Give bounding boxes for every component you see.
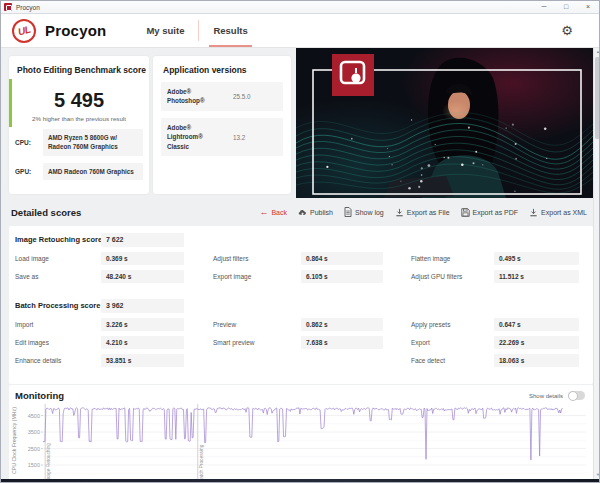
cpu-frequency-chart: 4500350025001500500CPU Clock Frequency (…: [9, 404, 593, 483]
tab-results[interactable]: Results: [199, 14, 261, 47]
section-score: 3 962: [101, 299, 184, 313]
metric-label: Load image: [15, 252, 49, 265]
show-details-label: Show details: [529, 393, 563, 399]
benchmark-score-card: Photo Editing Benchmark score 5 495 2% h…: [9, 56, 149, 194]
show-details-toggle[interactable]: [568, 391, 585, 400]
table-row: Import 3.226 s Preview 0.862 s Apply pre…: [9, 318, 593, 331]
procyon-window: Procyon ─ □ × UL Procyon My suite Result…: [0, 0, 600, 483]
back-arrow-icon: ←: [259, 209, 268, 216]
photoshop-version: 25.5.0: [233, 93, 251, 100]
cpu-spec-row: CPU: AMD Ryzen 5 8600G w/ Radeon 760M Gr…: [15, 129, 143, 156]
svg-text:4500: 4500: [28, 413, 40, 419]
bottom-edge-strip: [1, 479, 600, 483]
metric-value: 11.512 s: [494, 270, 579, 283]
score-comparison-text: 2% higher than the previous result: [9, 115, 149, 122]
export-xml-label: Export as XML: [541, 209, 587, 216]
ul-logo-text: UL: [17, 24, 32, 38]
metric-value: 22.269 s: [494, 336, 579, 349]
app-header: UL Procyon My suite Results ⚙: [1, 14, 599, 48]
section-name: Image Retouching score: [15, 233, 102, 247]
scroll-up-icon[interactable]: ▲: [594, 49, 600, 54]
lightroom-name: Adobe® Lightroom® Classic: [167, 123, 225, 151]
metric-label: Export image: [213, 270, 251, 283]
publish-label: Publish: [310, 209, 333, 216]
photoshop-version-row: Adobe® Photoshop® 25.5.0: [161, 82, 283, 111]
metric-label: Flatten image: [411, 252, 450, 265]
detailed-scores-bar: Detailed scores ← Back Publish: [1, 198, 593, 226]
table-row: Edit images 4.210 s Smart preview 7.638 …: [9, 336, 593, 349]
app-icon: [4, 3, 12, 11]
back-label: Back: [271, 209, 287, 216]
metric-value: 0.647 s: [494, 318, 579, 331]
benchmark-score-value: 5 495: [9, 89, 149, 112]
scroll-down-icon[interactable]: ▼: [594, 472, 600, 477]
table-row: Save as 48.240 s Export image 6.105 s Ad…: [9, 270, 593, 283]
metric-value: 0.369 s: [101, 252, 184, 265]
metric-value: 4.210 s: [101, 336, 184, 349]
photo-editing-benchmark-icon: [332, 54, 374, 96]
metric-value: 0.864 s: [301, 252, 383, 265]
save-disk-icon: [461, 208, 470, 217]
minimize-button[interactable]: ─: [533, 1, 555, 13]
table-row: Load image 0.369 s Adjust filters 0.864 …: [9, 252, 593, 265]
svg-text:2500: 2500: [28, 446, 40, 452]
monitoring-title: Monitoring: [15, 390, 64, 401]
export-file-button[interactable]: Export as File: [395, 208, 450, 217]
maximize-button[interactable]: □: [555, 1, 577, 13]
metric-value: 7.638 s: [301, 336, 383, 349]
gpu-label: GPU:: [15, 168, 43, 175]
svg-text:Image Retouching: Image Retouching: [46, 443, 51, 482]
metric-label: Save as: [15, 270, 39, 283]
gpu-spec-row: GPU: AMD Radeon 760M Graphics: [15, 163, 143, 180]
metric-label: Preview: [213, 318, 236, 331]
svg-text:3500: 3500: [28, 429, 40, 435]
lightroom-version: 13.2: [233, 134, 245, 141]
export-xml-button[interactable]: Export as XML: [529, 208, 587, 217]
monitoring-panel: Monitoring Show details 4500350025001500…: [9, 385, 593, 483]
ul-logo: UL: [12, 19, 36, 43]
show-details-control: Show details: [529, 391, 585, 400]
download-icon: [529, 208, 538, 217]
metric-label: Import: [15, 318, 33, 331]
cpu-label: CPU:: [15, 139, 43, 146]
section-score: 7 622: [101, 233, 184, 247]
vertical-scrollbar[interactable]: ▲ ▼: [593, 48, 600, 483]
metric-label: Enhance details: [15, 354, 61, 367]
brand-title: Procyon: [45, 22, 106, 39]
window-title: Procyon: [16, 4, 40, 11]
export-file-label: Export as File: [407, 209, 450, 216]
window-titlebar[interactable]: Procyon ─ □ ×: [1, 1, 599, 14]
metric-value: 3.226 s: [101, 318, 184, 331]
metric-value: 0.495 s: [494, 252, 579, 265]
back-button[interactable]: ← Back: [259, 209, 287, 216]
metric-label: Edit images: [15, 336, 49, 349]
tab-my-suite[interactable]: My suite: [132, 14, 198, 47]
svg-text:1500: 1500: [28, 462, 40, 468]
image-retouching-header-row: Image Retouching score 7 622: [9, 233, 593, 247]
show-log-label: Show log: [355, 209, 384, 216]
show-log-button[interactable]: Show log: [344, 207, 384, 217]
hero-artwork: [296, 48, 593, 198]
table-row: Enhance details 53.851 s Face detect 18.…: [9, 354, 593, 367]
metric-value: 53.851 s: [101, 354, 184, 367]
application-versions-card: Application versions Adobe® Photoshop® 2…: [153, 56, 291, 194]
cloud-upload-icon: [298, 208, 307, 217]
result-actions: ← Back Publish Show log: [259, 207, 587, 217]
download-icon: [395, 208, 404, 217]
metric-label: Adjust GPU filters: [411, 270, 462, 283]
photoshop-name: Adobe® Photoshop®: [167, 87, 225, 106]
metric-value: 18.063 s: [494, 354, 579, 367]
publish-button[interactable]: Publish: [298, 208, 333, 217]
export-pdf-label: Export as PDF: [473, 209, 519, 216]
lightroom-version-row: Adobe® Lightroom® Classic 13.2: [161, 118, 283, 156]
metric-value: 48.240 s: [101, 270, 184, 283]
batch-processing-header-row: Batch Processing score 3 962: [9, 299, 593, 313]
scrollbar-thumb[interactable]: [595, 57, 600, 139]
gpu-value: AMD Radeon 760M Graphics: [43, 163, 143, 180]
metric-label: Smart preview: [213, 336, 255, 349]
settings-gear-icon[interactable]: ⚙: [561, 23, 573, 38]
export-pdf-button[interactable]: Export as PDF: [461, 208, 519, 217]
score-card-title: Photo Editing Benchmark score: [9, 56, 149, 75]
detailed-scores-panel: Image Retouching score 7 622 Load image …: [9, 226, 593, 384]
close-button[interactable]: ×: [577, 1, 599, 13]
